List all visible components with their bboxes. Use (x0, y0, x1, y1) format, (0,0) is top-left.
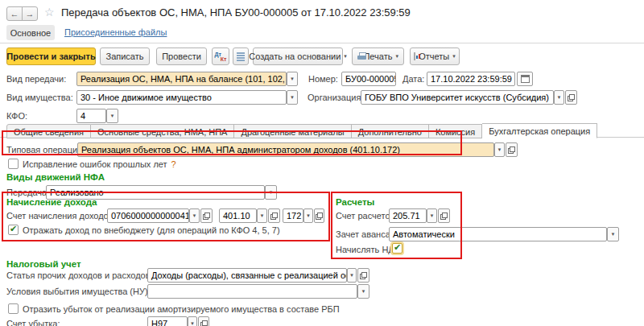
income-kps-open-button[interactable] (200, 208, 213, 223)
number-field[interactable]: БУ00-000005 (341, 72, 396, 86)
settlement-account-dropdown[interactable] (427, 208, 437, 223)
transfer-kind-field[interactable]: Реализация ОС, НМА, НПА на балансе (101,… (76, 72, 287, 86)
tab-dopolnitelno[interactable]: Дополнительно (352, 124, 429, 138)
organization-field[interactable]: ГОБУ ВПО Университет искусств (Субсидия) (361, 90, 554, 105)
journal-list-button[interactable] (233, 47, 249, 65)
tax-item-open-button[interactable] (357, 268, 369, 283)
open-icon (360, 272, 367, 279)
nav-section-main[interactable]: Основное (6, 25, 55, 40)
settlements-section-title: Расчеты (336, 197, 374, 207)
favorite-star-icon[interactable]: ☆ (44, 6, 55, 19)
post-and-close-button[interactable]: Провести и закрыть (6, 47, 96, 65)
printer-icon (357, 52, 360, 60)
create-based-on-button[interactable]: Создать на основании▾ (253, 47, 343, 65)
print-label: Печать (363, 52, 392, 61)
loss-account-field[interactable]: Н97 (147, 316, 188, 326)
chevron-down-icon: ▾ (395, 53, 398, 60)
disposal-conditions-label: Условия выбытия имущества (НУ): (6, 287, 151, 297)
print-button[interactable]: Печать▾ (352, 47, 404, 65)
loss-rbp-checkbox[interactable] (8, 303, 19, 314)
loss-account-label: Счет убытка: (6, 319, 60, 326)
tax-item-field[interactable]: Доходы (расходы), связанные с реализацие… (147, 268, 347, 283)
settlement-account-field[interactable]: 205.71 (389, 208, 427, 223)
tab-bukhgalterskaya-operatsiya[interactable]: Бухгалтерская операция (482, 123, 597, 138)
open-icon (568, 94, 575, 101)
income-account-dropdown[interactable] (257, 208, 267, 223)
property-kind-dropdown[interactable] (287, 90, 298, 105)
debit-credit-icon: ДтКт (215, 52, 227, 62)
open-icon (270, 213, 278, 220)
date-field[interactable]: 17.10.2022 23:59:59 (427, 72, 515, 86)
error-fix-checkbox[interactable] (8, 159, 19, 169)
income-account-open-button[interactable] (268, 208, 280, 223)
loss-account-dropdown[interactable] (188, 316, 197, 326)
nfa-section-title: Виды движений НФА (6, 172, 105, 182)
disposal-conditions-field[interactable] (147, 284, 357, 299)
income-kosgu-open-button[interactable] (314, 208, 324, 223)
advance-offset-dropdown[interactable] (607, 227, 619, 241)
disposal-conditions-dropdown[interactable] (357, 284, 369, 299)
income-account-field[interactable]: 401.10 (219, 208, 257, 223)
transfer-movement-dropdown[interactable] (265, 185, 277, 200)
kfo-dropdown[interactable] (106, 109, 118, 123)
reports-label: Отчеты (419, 52, 449, 61)
create-based-on-label: Создать на основании (249, 52, 341, 61)
page-title: Передача объектов ОС, НМА, НПА БУ00-0000… (61, 6, 411, 19)
typical-operation-open-button[interactable] (506, 142, 518, 157)
post-and-close-label: Провести и закрыть (6, 52, 95, 61)
income-kps-field[interactable]: 07060000000000410 (107, 208, 189, 223)
offbudget-income-label: Отражать доход по внебюджету (для операц… (23, 225, 280, 236)
advance-offset-label: Зачет аванса: (336, 229, 393, 240)
calendar-icon (521, 75, 530, 83)
income-kosgu-field[interactable]: 172 (283, 208, 303, 223)
post-label: Провести (162, 52, 201, 61)
open-icon (508, 146, 515, 154)
post-button[interactable]: Провести (156, 47, 207, 65)
tax-item-dropdown[interactable] (347, 268, 357, 283)
settlement-account-open-button[interactable] (438, 208, 450, 223)
tax-section-title: Налоговый учет (6, 259, 81, 269)
chevron-down-icon: ▾ (452, 53, 456, 60)
save-label: Записать (105, 52, 143, 61)
typical-operation-field[interactable]: Реализация объектов ОС, НМА, НПА админис… (77, 142, 494, 157)
offbudget-income-checkbox[interactable] (8, 225, 19, 235)
tab-dragotsennye-materialy[interactable]: Драгоценные материалы (234, 124, 351, 138)
advance-offset-field[interactable]: Автоматически (389, 227, 607, 241)
list-icon (237, 52, 245, 61)
vat-checkbox[interactable] (392, 243, 402, 254)
organization-open-button[interactable] (565, 90, 577, 105)
kfo-field[interactable]: 4 (76, 109, 106, 123)
settlement-account-label: Счет расчетов: (336, 211, 397, 221)
property-kind-field[interactable]: 30 - Иное движимое имущество (76, 90, 287, 105)
property-kind-label: Вид имущества: (6, 93, 73, 103)
tab-obshchie-svedeniya[interactable]: Общие сведения (6, 124, 91, 138)
organization-dropdown[interactable] (554, 90, 564, 105)
open-icon (200, 320, 208, 326)
kfo-label: КФО: (6, 111, 27, 122)
separator (0, 43, 644, 43)
income-kosgu-dropdown[interactable] (303, 208, 313, 223)
typical-operation-label: Типовая операция: (6, 145, 85, 155)
save-button[interactable]: Записать (100, 47, 150, 65)
organization-label: Организация: (308, 93, 363, 103)
document-window: ← → ☆ Передача объектов ОС, НМА, НПА БУ0… (0, 0, 644, 326)
income-account-label: Счет начисления доходов: (6, 211, 116, 221)
reports-button[interactable]: Отчеты▾ (410, 47, 460, 65)
help-question-icon[interactable]: ? (171, 159, 176, 169)
back-arrow-icon[interactable]: ← (6, 6, 23, 21)
forward-arrow-icon[interactable]: → (22, 6, 38, 21)
document-tabs: Общие сведения Основные средства, НМА, Н… (6, 123, 597, 138)
tab-komissiya[interactable]: Комиссия (429, 124, 482, 138)
loss-rbp-label: Отразить убыток от реализации амортизиру… (23, 304, 340, 315)
transfer-kind-dropdown[interactable] (287, 72, 298, 86)
transfer-kind-label: Вид передачи: (6, 74, 66, 85)
nav-section-attached-files[interactable]: Присоединенные файлы (64, 27, 167, 37)
income-kps-dropdown[interactable] (189, 208, 200, 223)
typical-operation-dropdown[interactable] (494, 142, 505, 157)
number-label: Номер: (308, 74, 338, 85)
show-postings-button[interactable]: ДтКт (212, 47, 229, 65)
tab-osnovnye-sredstva[interactable]: Основные средства, НМА, НПА (91, 124, 234, 138)
loss-account-open-button[interactable] (198, 316, 209, 326)
date-calendar-button[interactable] (517, 72, 533, 86)
open-icon (203, 213, 210, 220)
